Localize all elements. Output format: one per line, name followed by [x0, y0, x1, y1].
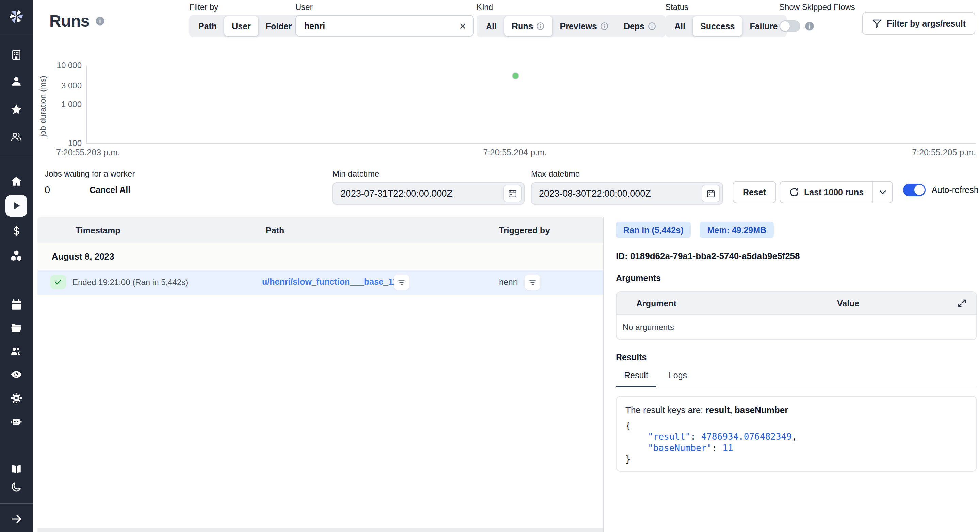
max-datetime-input[interactable]: 2023-08-30T22:00:00.000Z — [531, 182, 723, 205]
sidebar-divider — [0, 33, 33, 33]
kind-segmented: All Runs Previews Deps — [477, 15, 666, 37]
queue-count: 0 — [45, 184, 50, 195]
controls-row: Jobs waiting for a worker 0 Cancel All M… — [0, 169, 980, 213]
clear-input-icon[interactable]: × — [460, 20, 466, 32]
min-datetime-input[interactable]: 2023-07-31T22:00:00.000Z — [332, 182, 525, 205]
x-tick-label: 7:20:55.205 p.m. — [912, 148, 976, 157]
arrow-right-icon[interactable] — [0, 510, 33, 529]
users-gear-icon[interactable] — [0, 340, 33, 362]
calendar-picker-button[interactable] — [503, 185, 522, 202]
eye-icon[interactable] — [0, 364, 33, 385]
chart-plot — [86, 66, 976, 143]
filter-by-label: Filter by — [189, 2, 301, 12]
kind-group: Kind All Runs Previews Deps — [477, 2, 666, 37]
tab-logs[interactable]: Logs — [660, 368, 695, 387]
info-icon[interactable] — [648, 22, 656, 31]
kind-option-runs[interactable]: Runs — [504, 16, 553, 36]
title-info-icon[interactable] — [95, 16, 105, 26]
sidebar-divider — [0, 503, 33, 504]
dollar-icon[interactable] — [0, 220, 33, 242]
results-tabs: Result Logs — [616, 368, 977, 387]
status-option-success[interactable]: Success — [693, 16, 742, 36]
folder-icon[interactable] — [0, 317, 33, 339]
run-path-link[interactable]: u/henri/slow_function___base_11 — [262, 277, 397, 287]
chevron-down-icon[interactable] — [873, 182, 892, 203]
kind-option-previews[interactable]: Previews — [552, 16, 616, 36]
filter-by-option-path[interactable]: Path — [191, 16, 224, 36]
last-runs-split-button: Last 1000 runs — [780, 181, 893, 203]
filter-by-segmented: Path User Folder — [189, 15, 301, 37]
user-filter-input[interactable] — [304, 21, 460, 31]
status-option-failure[interactable]: Failure — [742, 16, 785, 36]
result-keys-line: The result keys are: result, baseNumber — [625, 405, 967, 415]
user-filter-group: User × — [295, 2, 474, 37]
runs-page: Runs Filter by Path User Folder User × K… — [0, 0, 980, 532]
run-data-point[interactable] — [512, 73, 519, 79]
user-filter-label: User — [295, 2, 474, 12]
info-icon[interactable] — [536, 22, 545, 31]
max-datetime-label: Max datetime — [531, 169, 723, 179]
calendar-picker-button[interactable] — [702, 185, 720, 202]
skipped-flows-group: Show Skipped Flows — [779, 2, 855, 37]
min-datetime-group: Min datetime 2023-07-31T22:00:00.000Z — [332, 169, 525, 205]
filter-by-path-button[interactable] — [394, 275, 409, 290]
status-group: Status All Success Failure — [665, 2, 787, 37]
reset-button[interactable]: Reset — [733, 181, 776, 203]
status-label: Status — [665, 2, 787, 12]
windmill-logo-icon[interactable] — [0, 5, 33, 27]
info-icon[interactable] — [804, 21, 815, 31]
page-title: Runs — [49, 11, 89, 30]
result-json: { "result": 4786934.076482349, "baseNumb… — [625, 420, 967, 465]
kind-label: Kind — [477, 2, 666, 12]
status-option-all[interactable]: All — [667, 16, 693, 36]
expand-icon[interactable] — [956, 297, 968, 310]
run-row[interactable]: Ended 19:21:00 (Ran in 5,442s) u/henri/s… — [37, 270, 603, 295]
memory-badge: Mem: 49.29MB — [700, 222, 774, 238]
min-datetime-label: Min datetime — [332, 169, 525, 179]
info-icon[interactable] — [600, 22, 609, 31]
auto-refresh-block: Auto-refresh — [903, 184, 978, 196]
run-timestamp: Ended 19:21:00 (Ran in 5,442s) — [73, 278, 188, 287]
run-id: ID: 0189d62a-79a1-bba2-5740-a5dab9e5f258 — [616, 251, 977, 262]
user-filter-inputbox: × — [295, 15, 474, 37]
ran-in-badge: Ran in (5,442s) — [616, 222, 691, 238]
queue-block: Jobs waiting for a worker 0 Cancel All — [45, 169, 135, 195]
robot-icon[interactable] — [0, 411, 33, 433]
success-check-icon — [50, 275, 66, 289]
last-runs-button[interactable]: Last 1000 runs — [780, 182, 872, 203]
status-segmented: All Success Failure — [665, 15, 787, 37]
gear-icon[interactable] — [0, 387, 33, 409]
col-value: Value — [837, 299, 859, 308]
horizontal-scrollbar[interactable] — [37, 528, 603, 532]
queue-label: Jobs waiting for a worker — [45, 169, 135, 179]
col-path: Path — [266, 226, 284, 235]
filter-by-option-user[interactable]: User — [224, 16, 258, 36]
x-axis-ticks: 7:20:55.203 p.m.7:20:55.204 p.m.7:20:55.… — [86, 148, 976, 159]
run-triggered-by: henri — [499, 277, 518, 287]
duration-chart: job duration (ms) 10 0003 0001 000100 7:… — [0, 54, 980, 160]
moon-icon[interactable] — [0, 477, 33, 497]
skipped-flows-label: Show Skipped Flows — [779, 2, 855, 12]
filter-by-user-button[interactable] — [525, 275, 540, 290]
cubes-icon[interactable] — [0, 245, 33, 266]
x-tick-label: 7:20:55.203 p.m. — [56, 148, 120, 157]
col-triggered-by: Triggered by — [499, 226, 550, 235]
y-tick-label: 3 000 — [0, 81, 82, 91]
skipped-flows-toggle[interactable] — [779, 21, 800, 32]
arguments-table: Argument Value No arguments — [616, 291, 977, 340]
filter-args-button[interactable]: Filter by args/result — [862, 12, 975, 35]
tab-result[interactable]: Result — [616, 368, 656, 387]
col-argument: Argument — [636, 299, 676, 308]
auto-refresh-toggle[interactable] — [903, 184, 926, 196]
filter-by-option-folder[interactable]: Folder — [258, 16, 299, 36]
panel-divider — [603, 218, 604, 532]
result-card: The result keys are: result, baseNumber … — [616, 396, 977, 472]
cancel-all-button[interactable]: Cancel All — [89, 185, 130, 195]
calendar-icon[interactable] — [0, 294, 33, 316]
table-header: Timestamp Path Triggered by — [37, 218, 603, 243]
kind-option-deps[interactable]: Deps — [616, 16, 664, 36]
funnel-icon — [872, 18, 882, 29]
results-heading: Results — [616, 353, 977, 362]
kind-option-all[interactable]: All — [479, 16, 504, 36]
arguments-table-header: Argument Value — [617, 292, 976, 315]
